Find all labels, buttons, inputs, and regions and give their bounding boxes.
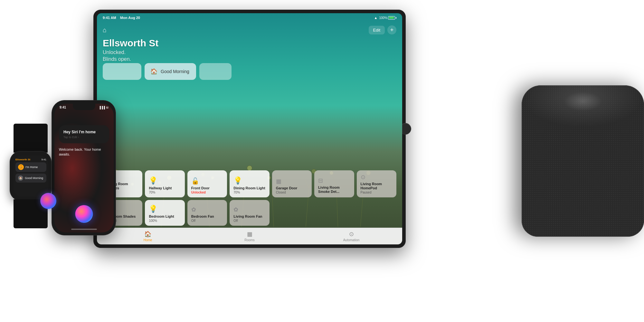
- watch-siri-orb: [40, 193, 58, 211]
- iphone-notch: [73, 104, 95, 110]
- ipad-accessories-grid: ☰ Living Room Shades Open 💡 Hallway Ligh…: [103, 170, 396, 226]
- watch-card-morning[interactable]: 🏠 Good Morning: [15, 174, 46, 183]
- smoke-det-icon: ⊟: [318, 177, 350, 184]
- hallway-light-icon: 💡: [149, 176, 181, 185]
- watch-home-label: I'm Home: [25, 166, 38, 169]
- homepod-touch-area[interactable]: [564, 92, 602, 111]
- ipad-location-title: Ellsworth St: [103, 38, 158, 49]
- tile-living-room-fan[interactable]: ✿ Living Room Fan Off: [230, 200, 269, 226]
- tile-front-door[interactable]: 🔓 Front Door Unlocked: [187, 170, 227, 197]
- tile-status-homepod: Paused: [361, 191, 393, 194]
- ipad-scenes-row: 🏠 Good Morning: [103, 63, 396, 80]
- dining-light-icon: 💡: [233, 176, 265, 185]
- watch-card-home[interactable]: 🏃 I'm Home: [15, 162, 46, 172]
- tab-rooms-icon: ▦: [247, 231, 252, 238]
- watch-morning-icon: 🏠: [18, 175, 23, 181]
- tile-hallway-light[interactable]: 💡 Hallway Light 70%: [145, 170, 185, 197]
- homepod-tile-icon: ⊙: [361, 174, 393, 181]
- tile-status-living-room-fan: Off: [233, 219, 265, 223]
- watch-status-bar: Ellsworth St 9:41: [15, 158, 46, 161]
- tile-name-dining-room-light: Dining Room Light: [233, 186, 265, 190]
- watch-screen: Ellsworth St 9:41 🏃 I'm Home 🏠 Good Morn…: [14, 156, 48, 197]
- homepod-top: [522, 85, 644, 127]
- tab-rooms[interactable]: ▦ Rooms: [199, 231, 300, 242]
- bedroom-light-icon: 💡: [149, 205, 181, 213]
- siri-command-text: Hey Siri I'm home: [63, 130, 105, 134]
- front-door-icon: 🔓: [191, 177, 223, 185]
- siri-orb: [75, 205, 93, 223]
- iphone: 9:41 ▐▐▐ 𝌭 Hey Siri I'm home Tap to Edit…: [52, 100, 116, 235]
- signal-icon: ▐▐▐: [99, 106, 105, 109]
- tile-name-garage-door: Garage Door: [276, 186, 308, 190]
- tile-status-hallway-light: 70%: [149, 191, 181, 194]
- iphone-time: 9:41: [60, 106, 66, 109]
- tile-bedroom-light[interactable]: 💡 Bedroom Light 100%: [145, 200, 185, 226]
- ipad-subtitle2: Blinds open.: [103, 56, 158, 62]
- tab-automation-icon: ⊙: [349, 231, 354, 238]
- iphone-body: 9:41 ▐▐▐ 𝌭 Hey Siri I'm home Tap to Edit…: [52, 100, 116, 235]
- watch-band-top: [14, 124, 48, 153]
- tile-status-garage-door: Closed: [276, 191, 308, 194]
- siri-circle: [40, 193, 56, 209]
- tile-name-bedroom-light: Bedroom Light: [149, 214, 181, 219]
- tap-to-edit[interactable]: Tap to Edit ›: [63, 136, 105, 139]
- tab-automation-label: Automation: [343, 238, 360, 242]
- ipad-title-area: Ellsworth St Unlocked. Blinds open.: [103, 38, 158, 62]
- chevron-right-icon: ›: [78, 136, 79, 139]
- tile-name-front-door: Front Door: [191, 186, 223, 190]
- ipad-body: 9:41 AM Mon Aug 20 ▲ 100%: [93, 10, 406, 248]
- tile-smoke-detector[interactable]: ⊟ Living Room Smoke Det...: [314, 170, 354, 197]
- ipad-add-button[interactable]: +: [387, 25, 396, 34]
- tile-garage-door[interactable]: ▦ Garage Door Closed: [272, 170, 312, 197]
- iphone-screen-bg: 9:41 ▐▐▐ 𝌭 Hey Siri I'm home Tap to Edit…: [54, 104, 114, 232]
- ipad-status-right: ▲ 100%: [374, 16, 396, 20]
- battery-tip: [396, 17, 396, 19]
- tab-home-label: Home: [144, 238, 152, 242]
- wifi-icon: 𝌭: [106, 106, 109, 109]
- iphone-status-icons: ▐▐▐ 𝌭: [99, 106, 109, 109]
- ipad-wifi-icon: ▲: [374, 16, 378, 20]
- ipad-subtitle1: Unlocked.: [103, 50, 158, 55]
- scene-morning-icon: 🏠: [150, 68, 157, 75]
- iphone-screen: 9:41 ▐▐▐ 𝌭 Hey Siri I'm home Tap to Edit…: [54, 104, 114, 232]
- ipad-nav-bar: ⌂ Edit +: [97, 22, 402, 38]
- tile-name-bedroom-fan: Bedroom Fan: [191, 214, 223, 219]
- watch-location-title: Ellsworth St: [15, 158, 30, 161]
- siri-response-text: Welcome back. Your home awaits.: [54, 147, 114, 157]
- iphone-home-bar: [71, 229, 97, 230]
- tile-dining-room-light[interactable]: 💡 Dining Room Light 70%: [230, 170, 269, 197]
- watch-screen-inner: Ellsworth St 9:41 🏃 I'm Home 🏠 Good Morn…: [14, 156, 48, 197]
- ipad-screen: 9:41 AM Mon Aug 20 ▲ 100%: [97, 13, 402, 244]
- scene-tile-blank1[interactable]: [103, 63, 141, 80]
- tile-status-dining-room-light: 70%: [233, 191, 265, 194]
- main-scene: Ellsworth St 9:41 🏃 I'm Home 🏠 Good Morn…: [0, 0, 644, 322]
- garage-door-icon: ▦: [276, 178, 308, 185]
- ipad-nav-right: Edit +: [369, 25, 396, 34]
- ipad-tab-bar: 🏠 Home ▦ Rooms ⊙ Automation: [97, 228, 402, 244]
- living-room-fan-icon: ✿: [233, 206, 265, 213]
- watch-time: 9:41: [41, 158, 46, 161]
- svg-point-19: [247, 166, 252, 171]
- apple-watch: Ellsworth St 9:41 🏃 I'm Home 🏠 Good Morn…: [10, 151, 52, 201]
- watch-home-icon: 🏃: [18, 164, 24, 170]
- tab-rooms-label: Rooms: [244, 238, 255, 242]
- tile-bedroom-fan[interactable]: ✿ Bedroom Fan Off: [187, 200, 227, 226]
- siri-card: Hey Siri I'm home Tap to Edit ›: [59, 125, 109, 143]
- tile-name-hallway-light: Hallway Light: [149, 186, 181, 190]
- scene-tile-good-morning[interactable]: 🏠 Good Morning: [145, 63, 196, 80]
- tile-name-smoke-detector: Living Room Smoke Det...: [318, 185, 350, 194]
- ipad-edit-button[interactable]: Edit: [369, 26, 385, 34]
- ipad-status-bar: 9:41 AM Mon Aug 20 ▲ 100%: [97, 13, 402, 22]
- watch-morning-label: Good Morning: [25, 176, 43, 180]
- homepod: [522, 85, 644, 237]
- scene-morning-label: Good Morning: [161, 69, 189, 74]
- ipad-home-nav-icon[interactable]: ⌂: [103, 26, 107, 34]
- accessories-row1: ☰ Living Room Shades Open 💡 Hallway Ligh…: [103, 170, 396, 197]
- tab-automation[interactable]: ⊙ Automation: [300, 231, 402, 242]
- ipad-home-bg: 9:41 AM Mon Aug 20 ▲ 100%: [97, 13, 402, 244]
- ipad-status-time: 9:41 AM Mon Aug 20: [103, 16, 140, 20]
- tab-home-icon: 🏠: [144, 231, 151, 238]
- battery-body: [388, 16, 395, 20]
- scene-tile-blank2[interactable]: [199, 63, 232, 80]
- tile-homepod[interactable]: ⊙ Living Room HomePod Paused: [357, 170, 396, 197]
